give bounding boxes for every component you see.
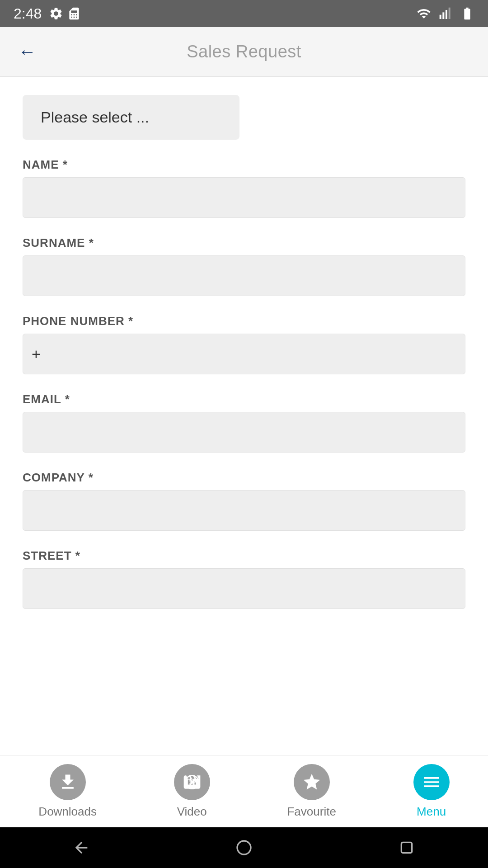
svg-rect-2	[446, 10, 447, 19]
name-label: NAME *	[23, 158, 465, 172]
svg-rect-3	[449, 8, 450, 19]
android-nav-bar	[0, 827, 488, 868]
page-title: Sales Request	[41, 42, 447, 61]
menu-icon-circle	[413, 764, 450, 800]
form-group-surname: SURNAME *	[23, 236, 465, 296]
status-time: 2:48	[14, 5, 42, 22]
form-group-phone: PHONE NUMBER * +	[23, 314, 465, 374]
select-dropdown[interactable]: Please select ...	[23, 95, 239, 140]
svg-rect-7	[401, 842, 412, 853]
svg-rect-0	[440, 15, 441, 19]
form-group-street: STREET *	[23, 549, 465, 609]
video-icon	[182, 772, 202, 792]
status-icons	[49, 6, 81, 21]
surname-label: SURNAME *	[23, 236, 465, 250]
download-icon	[58, 772, 78, 792]
wifi-icon	[417, 6, 431, 21]
form-group-email: EMAIL *	[23, 392, 465, 453]
nav-item-video[interactable]: Video	[165, 760, 219, 823]
star-icon	[302, 772, 322, 792]
downloads-icon-circle	[50, 764, 86, 800]
company-label: COMPANY *	[23, 471, 465, 485]
android-back-button[interactable]	[68, 834, 95, 861]
bottom-navigation: Downloads Video Favourite	[0, 755, 488, 827]
status-bar-left: 2:48	[14, 5, 81, 22]
status-bar: 2:48	[0, 0, 488, 27]
phone-prefix: +	[32, 345, 41, 363]
form-group-name: NAME *	[23, 158, 465, 218]
nav-item-favourite[interactable]: Favourite	[278, 760, 345, 823]
street-label: STREET *	[23, 549, 465, 563]
back-button[interactable]: ←	[14, 37, 41, 66]
nav-item-downloads[interactable]: Downloads	[29, 760, 106, 823]
android-recents-button[interactable]	[393, 834, 420, 861]
main-content: Please select ... NAME * SURNAME * PHONE…	[0, 77, 488, 755]
android-back-icon	[72, 839, 90, 857]
phone-input[interactable]	[23, 334, 465, 374]
android-recents-icon	[398, 839, 416, 857]
street-input[interactable]	[23, 568, 465, 609]
svg-point-6	[237, 841, 251, 854]
phone-label: PHONE NUMBER *	[23, 314, 465, 328]
video-icon-circle	[174, 764, 210, 800]
favourite-icon-circle	[294, 764, 330, 800]
nav-item-menu[interactable]: Menu	[404, 760, 459, 823]
phone-input-wrapper: +	[23, 334, 465, 374]
menu-icon	[422, 772, 441, 792]
battery-icon	[460, 6, 474, 21]
favourite-label: Favourite	[287, 805, 336, 819]
svg-rect-1	[442, 12, 444, 19]
signal-icon	[438, 6, 453, 21]
select-container: Please select ...	[23, 95, 465, 140]
menu-label: Menu	[417, 805, 446, 819]
android-home-icon	[235, 839, 253, 857]
company-input[interactable]	[23, 490, 465, 531]
status-bar-right	[417, 6, 474, 21]
sim-icon	[67, 6, 81, 21]
video-label: Video	[177, 805, 207, 819]
email-label: EMAIL *	[23, 392, 465, 406]
settings-icon	[49, 6, 63, 21]
back-arrow-icon: ←	[18, 42, 36, 62]
app-bar: ← Sales Request	[0, 27, 488, 77]
android-home-button[interactable]	[230, 834, 258, 861]
surname-input[interactable]	[23, 255, 465, 296]
email-input[interactable]	[23, 412, 465, 453]
form-group-company: COMPANY *	[23, 471, 465, 531]
name-input[interactable]	[23, 177, 465, 218]
downloads-label: Downloads	[38, 805, 97, 819]
